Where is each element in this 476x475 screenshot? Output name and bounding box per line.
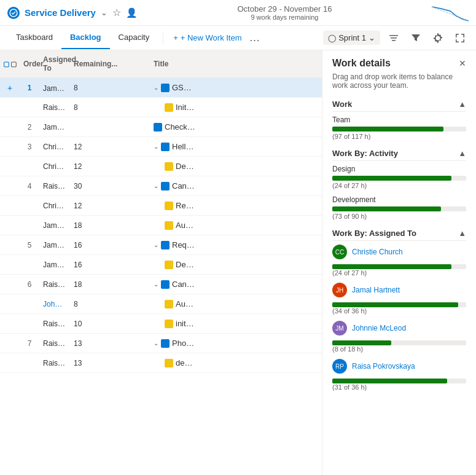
person-row: JM Johnnie McLeod — [332, 321, 466, 336]
work-item-type-icon — [165, 221, 173, 230]
chevron-icon[interactable]: ⌄ — [154, 340, 158, 347]
row-remaining: 8 — [70, 101, 150, 114]
table-header: ▢ ▢ Order Assigned To Remaining... Title — [0, 50, 322, 78]
avatar: CC — [332, 245, 347, 259]
work-item-type-icon — [165, 300, 173, 308]
top-bar: Service Delivery ⌄ ☆ 👤 October 29 - Nove… — [0, 0, 476, 26]
table-row[interactable]: 4 Raisa Pokrovskaya 30 ⌄ Cancel order fo… — [0, 176, 322, 196]
row-assignee: Raisa Pokrovskaya — [39, 337, 70, 350]
work-item-type-icon — [161, 339, 170, 348]
row-title: ⌄ Phone sign in — [150, 337, 199, 350]
row-title: ⌄ Cancel order form — [150, 179, 199, 192]
table-row[interactable]: Raisa Pokrovskaya 13 development work — [0, 353, 322, 373]
table-row[interactable]: 5 Jamal Hartnett 16 ⌄ Request support — [0, 235, 322, 255]
new-work-item-label: + New Work Item — [181, 33, 242, 42]
chevron-icon[interactable]: ⌄ — [154, 241, 158, 248]
table-row[interactable]: Johnnie McLeod 8 Auto-complete user's na… — [0, 294, 322, 314]
activity-name: Development — [332, 195, 466, 204]
tab-backlog[interactable]: Backlog — [61, 26, 110, 49]
row-assignee: Jamal Hartnett — [39, 219, 70, 232]
table-row[interactable]: 2 Jamal Hartnett Check service status — [0, 117, 322, 137]
panel-subtitle: Drag and drop work items to balance work… — [332, 73, 466, 90]
table-row[interactable]: Raisa Pokrovskaya 10 initial work — [0, 314, 322, 334]
tab-capacity[interactable]: Capacity — [110, 26, 158, 49]
table-row[interactable]: Raisa Pokrovskaya 8 Initial design — [0, 98, 322, 117]
th-remaining: Remaining... — [70, 57, 150, 71]
row-title-text: Hello World Web Site — [172, 142, 195, 151]
row-order — [20, 361, 39, 365]
work-item-type-icon — [165, 359, 173, 367]
table-row[interactable]: Jamal Hartnett 16 Develop form — [0, 255, 322, 275]
person-name[interactable]: Jamal Hartnett — [352, 286, 400, 294]
person-name[interactable]: Johnnie McLeod — [352, 324, 406, 332]
gear-icon[interactable] — [429, 29, 447, 47]
work-section-header: Work ▲ — [332, 100, 466, 112]
row-add-check — [0, 322, 20, 326]
assigned-collapse-icon[interactable]: ▲ — [458, 229, 466, 238]
project-icon — [7, 7, 20, 19]
filter-icon[interactable] — [407, 29, 424, 47]
row-order — [20, 224, 39, 227]
row-add-check — [0, 106, 20, 109]
row-title-text: Develop form — [176, 260, 195, 269]
chevron-down-icon[interactable]: ⌄ — [101, 8, 107, 17]
project-name[interactable]: Service Delivery — [25, 7, 96, 18]
chevron-icon[interactable]: ⌄ — [154, 143, 158, 150]
work-details-panel: Work details ✕ Drag and drop work items … — [322, 50, 476, 475]
row-add-check — [0, 165, 20, 168]
more-options-icon[interactable]: … — [249, 31, 260, 44]
person-name[interactable]: Raisa Pokrovskaya — [352, 362, 415, 371]
work-collapse-icon[interactable]: ▲ — [458, 100, 466, 109]
row-title-text: Cancel order form — [172, 280, 195, 289]
work-item-type-icon — [161, 241, 170, 249]
table-row[interactable]: 7 Raisa Pokrovskaya 13 ⌄ Phone sign in — [0, 334, 322, 353]
close-button[interactable]: ✕ — [459, 58, 466, 68]
row-order: 7 — [20, 337, 39, 350]
activity-section: Work By: Activity ▲ Design (24 of 27 h) … — [332, 149, 466, 220]
chevron-icon[interactable]: ⌄ — [154, 84, 158, 91]
row-assignee: Raisa Pokrovskaya — [39, 101, 70, 114]
chevron-icon[interactable]: ⌄ — [154, 183, 158, 189]
add-row-icon[interactable]: + — [7, 83, 12, 93]
row-title-text: Request support — [172, 240, 195, 249]
check-header-icon[interactable]: ▢ — [10, 60, 17, 68]
activity-item: Development (73 of 90 h) — [332, 195, 466, 220]
assigned-section-header: Work By: Assigned To ▲ — [332, 229, 466, 241]
person-progress-bar — [332, 302, 466, 307]
row-add-check — [0, 184, 20, 188]
table-row[interactable]: 3 Christie Church 12 ⌄ Hello World Web S… — [0, 137, 322, 157]
new-work-item-button[interactable]: + + New Work Item — [168, 31, 246, 45]
table-row[interactable]: + 1 Jamal Hartnett … 8 ⌄ GSP locator int… — [0, 78, 322, 98]
person-item: JM Johnnie McLeod (8 of 18 h) — [332, 321, 466, 353]
person-row: RP Raisa Pokrovskaya — [332, 359, 466, 374]
chevron-icon[interactable]: ⌄ — [154, 281, 158, 288]
person-name[interactable]: Christie Church — [352, 248, 403, 256]
th-add: ▢ ▢ — [0, 58, 20, 71]
sprint-selector[interactable]: ◯ Sprint 1 ⌄ — [323, 31, 380, 45]
row-assignee[interactable]: Johnnie McLeod — [39, 298, 70, 310]
row-add-check — [0, 361, 20, 365]
table-row[interactable]: Christie Church 12 Research slow respons… — [0, 196, 322, 216]
table-row[interactable]: Jamal Hartnett 18 Auto-save — [0, 216, 322, 235]
row-order — [20, 106, 39, 109]
row-assignee: Raisa Pokrovskaya — [39, 180, 70, 192]
tab-taskboard[interactable]: Taskboard — [7, 26, 61, 49]
row-title: Auto-save — [150, 219, 199, 232]
row-title: Research slow response ti... — [150, 199, 199, 212]
row-order: 6 — [20, 278, 39, 291]
table-row[interactable]: Christie Church 12 Design welcome screen — [0, 157, 322, 176]
person-icon[interactable]: 👤 — [126, 7, 138, 18]
row-title-text: Auto-save — [176, 221, 195, 230]
row-title: initial work — [150, 317, 199, 330]
row-add-check — [0, 302, 20, 306]
table-row[interactable]: 6 Raisa Pokrovskaya 18 ⌄ Cancel order fo… — [0, 275, 322, 294]
activity-collapse-icon[interactable]: ▲ — [458, 149, 466, 158]
row-title: Develop form — [150, 258, 199, 271]
row-title: ⌄ Hello World Web Site — [150, 140, 199, 153]
row-order — [20, 165, 39, 168]
row-add-check — [0, 243, 20, 247]
add-header-icon[interactable]: ▢ — [3, 60, 9, 68]
settings-icon[interactable] — [385, 29, 402, 47]
star-icon[interactable]: ☆ — [112, 7, 121, 18]
expand-icon[interactable] — [451, 29, 469, 47]
